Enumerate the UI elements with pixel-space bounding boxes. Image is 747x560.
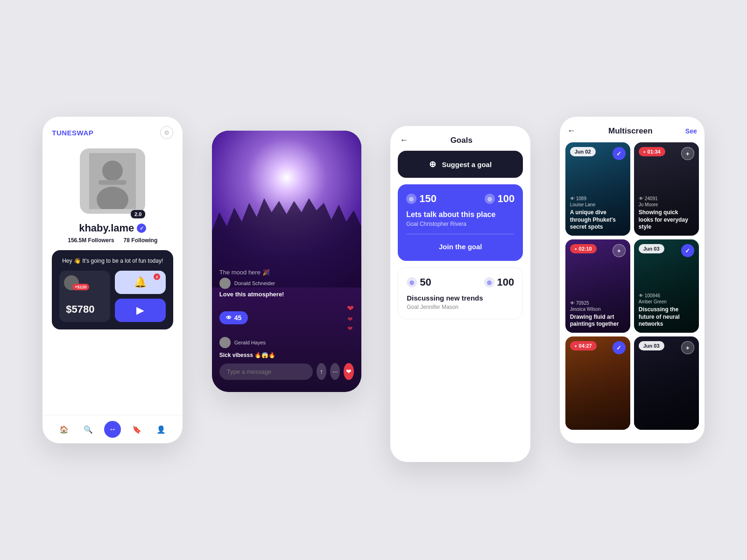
- ms-action-2[interactable]: +: [681, 147, 694, 160]
- balance-widget: +$120 $5780: [59, 271, 110, 322]
- ms-item-bg-2: 01:34 + 👁 24091 Jo Moore Showing quick l…: [634, 142, 699, 236]
- settings-icon[interactable]: ⊙: [160, 126, 173, 139]
- goal-subtitle-1: Goal Christopher Rivera: [406, 221, 514, 227]
- nav-swap[interactable]: ↔: [104, 421, 121, 438]
- profile-card: TUNESWAP ⊙ 2.0 khaby.lame ✓ 156.5M F: [42, 117, 183, 443]
- ms-action-3[interactable]: +: [613, 244, 626, 257]
- ms-item-content-2: 👁 24091 Jo Moore Showing quick looks for…: [639, 196, 694, 231]
- ms-item-bg-6: Jun 03 +: [634, 336, 699, 430]
- multiscreen-back-button[interactable]: ←: [567, 126, 576, 136]
- svg-rect-3: [99, 180, 127, 185]
- ms-desc-3: Drawing fluid art paintings together: [570, 314, 626, 328]
- coin-icon-2: ◎: [485, 194, 495, 204]
- join-goal-button[interactable]: Join the goal: [406, 241, 514, 252]
- goal-current-2: ◎ 50: [407, 276, 431, 288]
- goals-back-button[interactable]: ←: [400, 135, 408, 145]
- stream-main-comment: Love this atmosphere!: [219, 291, 354, 298]
- goal-progress-row-1: ◎ 150 ◎ 100: [406, 193, 514, 205]
- nav-search[interactable]: 🔍: [80, 421, 97, 438]
- profile-widgets: +$120 $5780 🔔 2 ▶: [59, 271, 166, 322]
- avatar-container: 2.0: [80, 148, 145, 218]
- multiscreen-item-2[interactable]: 01:34 + 👁 24091 Jo Moore Showing quick l…: [634, 142, 699, 236]
- verified-badge: ✓: [137, 224, 146, 233]
- suggest-goal-button[interactable]: ⊕ Suggest a goal: [398, 151, 523, 178]
- stream-second-comment: Sick vibesss 🔥😱🔥: [219, 352, 354, 358]
- stream-commenter-row: Gerald Hayes: [219, 337, 354, 348]
- goal-target-2: ◎ 100: [484, 276, 514, 288]
- ms-desc-1: A unique dive through Phuket's secret sp…: [570, 209, 626, 231]
- ms-views-2: 👁 24091: [639, 196, 694, 201]
- ms-item-content-1: 👁 1089 Louise Lane A unique dive through…: [570, 196, 626, 231]
- goal-current-1: ◎ 150: [406, 193, 437, 205]
- goals-title: Goals: [413, 136, 521, 145]
- nav-profile[interactable]: 👤: [153, 421, 169, 438]
- goal-target-1: ◎ 100: [485, 193, 515, 205]
- profile-greeting: Hey 👋 It's going to be a lot of fun toda…: [59, 258, 166, 264]
- multiscreen-grid: Jun 02 ✓ 👁 1089 Louise Lane A unique div…: [560, 142, 705, 430]
- ms-badge-3: 02:10: [570, 244, 597, 253]
- multiscreen-item-5[interactable]: 04:27 ✓: [565, 336, 630, 430]
- profile-dark-section: Hey 👋 It's going to be a lot of fun toda…: [52, 250, 173, 329]
- heart-icon-3: ❤: [347, 325, 353, 332]
- coin-icon-3: ◎: [407, 277, 417, 287]
- stream-overlay: The mood here 🎉 Donald Schneider Love th…: [212, 261, 361, 392]
- ms-badge-4: Jun 03: [639, 244, 664, 253]
- viewers-badge: 👁 45: [219, 311, 248, 324]
- goal-card-2: ◎ 50 ◎ 100 Discussing new trends Goal Je…: [398, 267, 523, 319]
- goals-header: ← Goals: [390, 126, 530, 151]
- heart-icon-1: ❤: [347, 303, 354, 314]
- nav-home[interactable]: 🏠: [56, 421, 72, 438]
- ms-action-1[interactable]: ✓: [613, 147, 626, 160]
- ms-views-4: 👁 100846: [639, 293, 694, 298]
- balance-plus-badge: +$120: [72, 284, 89, 290]
- ms-badge-5: 04:27: [570, 341, 597, 350]
- multiscreen-item-1[interactable]: Jun 02 ✓ 👁 1089 Louise Lane A unique div…: [565, 142, 630, 236]
- balance-amount: $5780: [66, 303, 104, 315]
- multiscreen-header: ← Multiscreen See: [560, 117, 705, 142]
- ms-views-1: 👁 1089: [570, 196, 626, 201]
- nav-bookmark[interactable]: 🔖: [128, 421, 145, 438]
- stream-event-title: The mood here 🎉: [219, 269, 354, 276]
- ms-item-content-3: 👁 70925 Jessica Wilson Drawing fluid art…: [570, 301, 626, 328]
- ms-item-bg-5: 04:27 ✓: [565, 336, 630, 430]
- heart-button[interactable]: ❤: [344, 363, 353, 380]
- goals-card: ← Goals ⊕ Suggest a goal ◎ 150 ◎ 100 Let…: [390, 126, 530, 462]
- stream-message-input[interactable]: [219, 364, 313, 380]
- stream-title-area: The mood here 🎉 Donald Schneider Love th…: [219, 269, 354, 298]
- multiscreen-item-4[interactable]: Jun 03 ✓ 👁 100846 Amber Green Discussing…: [634, 239, 699, 333]
- multiscreen-card: ← Multiscreen See Jun 02 ✓ 👁 1089: [560, 117, 705, 443]
- bell-badge: 2: [154, 273, 160, 280]
- profile-header: TUNESWAP ⊙: [42, 117, 183, 144]
- multiscreen-item-3[interactable]: 02:10 + 👁 70925 Jessica Wilson Drawing f…: [565, 239, 630, 333]
- goal-divider-1: [406, 234, 514, 234]
- ms-desc-4: Discussing the future of neural networks: [639, 306, 694, 328]
- profile-name: khaby.lame ✓: [79, 222, 146, 234]
- following-stat: 78 Following: [124, 237, 158, 244]
- ms-channel-3: Jessica Wilson: [570, 307, 626, 312]
- ms-action-4[interactable]: ✓: [681, 244, 694, 257]
- multiscreen-see-button[interactable]: See: [685, 127, 697, 135]
- ms-action-6[interactable]: +: [681, 341, 694, 354]
- ms-channel-2: Jo Moore: [639, 202, 694, 207]
- stream-host-avatar: [219, 278, 231, 289]
- stream-host-row: Donald Schneider: [219, 278, 354, 289]
- ms-channel-1: Louise Lane: [570, 202, 626, 207]
- goal-subtitle-2: Goal Jennifer Mason: [407, 304, 514, 310]
- ms-action-5[interactable]: ✓: [613, 341, 626, 354]
- ms-item-bg-4: Jun 03 ✓ 👁 100846 Amber Green Discussing…: [634, 239, 699, 333]
- ms-views-3: 👁 70925: [570, 301, 626, 306]
- more-button[interactable]: ···: [330, 363, 340, 380]
- play-widget[interactable]: ▶: [115, 299, 166, 322]
- goal-progress-row-2: ◎ 50 ◎ 100: [407, 276, 514, 288]
- stream-host-name: Donald Schneider: [234, 280, 275, 286]
- stream-input-row: ↑ ··· ❤: [219, 363, 354, 380]
- multiscreen-item-6[interactable]: Jun 03 +: [634, 336, 699, 430]
- coin-icon-1: ◎: [406, 194, 416, 204]
- multiscreen-title: Multiscreen: [580, 126, 685, 136]
- bell-widget[interactable]: 🔔 2: [115, 271, 166, 294]
- svg-point-1: [102, 161, 123, 181]
- rating-badge: 2.0: [131, 210, 145, 218]
- send-button[interactable]: ↑: [317, 363, 326, 380]
- ms-channel-4: Amber Green: [639, 299, 694, 304]
- stream-viewers-row: 👁 45 ❤ ❤ ❤: [219, 303, 354, 332]
